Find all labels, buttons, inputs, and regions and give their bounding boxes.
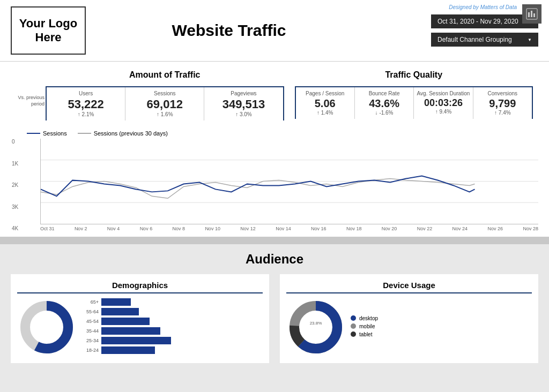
x-label-nov8: Nov 8 [173,226,186,231]
traffic-quantity-metrics: Vs. previousperiod Users 53,222 ↑ 2.1% S… [46,86,284,120]
metric-pages-change: ↑ 1.4% [298,110,352,116]
amount-of-traffic-panel: Amount of Traffic Vs. previousperiod Use… [11,70,295,120]
traffic-section: Amount of Traffic Vs. previousperiod Use… [0,62,549,126]
header: Your Logo Here Website Traffic Designed … [0,0,549,62]
legend-prev-sessions-label: Sessions (previous 30 days) [94,130,168,137]
y-label-4k: 4K [12,225,18,231]
x-label-nov28: Nov 28 [523,226,538,231]
designed-by: Designed by Matters of Data [449,4,517,10]
legend-mobile: mobile [351,323,532,329]
metric-sessions-change: ↑ 1.6% [128,111,202,117]
bar-row-65plus: 65+ [81,298,263,306]
traffic-quality-metrics: Pages / Session 5.06 ↑ 1.4% Bounce Rate … [295,86,533,119]
metric-sessions-label: Sessions [128,91,202,96]
legend-tablet: tablet [351,331,532,337]
device-legend: desktop mobile tablet [351,315,532,340]
metric-duration-change: ↑ 9.4% [416,109,470,115]
brand-icon [522,4,541,24]
device-usage-panel: Device Usage 23.8% desktop [280,274,538,363]
bar-label-18-24: 18-24 [81,348,99,353]
y-axis-labels: 4K 3K 2K 1K 0 [12,139,18,231]
bar-row-55-64: 55-64 [81,308,263,315]
bar-fill-55-64 [101,308,139,315]
x-label-nov6: Nov 6 [140,226,153,231]
x-label-oct31: Oct 31 [40,226,55,231]
device-content: 23.8% desktop mobile tablet [286,298,532,357]
y-label-2k: 2K [12,182,18,188]
metric-pageviews: Pageviews 349,513 ↑ 3.0% [204,87,283,120]
bar-label-65plus: 65+ [81,299,99,305]
x-label-nov20: Nov 20 [382,226,397,231]
svg-point-13 [302,313,330,341]
section-separator [0,237,549,244]
x-label-nov26: Nov 26 [488,226,503,231]
device-usage-title: Device Usage [286,281,532,293]
metric-bounce: Bounce Rate 43.6% ↓ -1.6% [355,87,414,119]
metric-bounce-label: Bounce Rate [357,91,411,96]
chart-section: Sessions Sessions (previous 30 days) 4K … [0,126,549,237]
legend-desktop: desktop [351,315,532,321]
prev-sessions-line [41,179,475,199]
bar-fill-45-54 [101,318,150,325]
bar-row-25-34: 25-34 [81,337,263,344]
legend-mobile-dot [351,323,356,329]
bar-fill-65plus [101,298,131,306]
demographics-content: 65+ 55-64 45-54 35-44 [17,298,263,357]
metric-pages-label: Pages / Session [298,91,352,96]
bar-label-55-64: 55-64 [81,309,99,314]
metric-pageviews-change: ↑ 3.0% [206,111,280,117]
legend-prev-sessions-line [78,133,91,134]
bar-row-35-44: 35-44 [81,327,263,335]
metric-users-label: Users [49,91,123,96]
vs-label: Vs. previousperiod [13,95,44,107]
svg-text:23.8%: 23.8% [310,321,322,326]
metric-sessions-value: 69,012 [128,97,202,111]
legend-sessions-line [27,133,40,134]
audience-panels: Demographics 65+ 55-64 [11,274,538,363]
svg-rect-1 [528,12,530,17]
chart-legend: Sessions Sessions (previous 30 days) [27,130,538,137]
x-label-nov4: Nov 4 [107,226,120,231]
metric-pages-session: Pages / Session 5.06 ↑ 1.4% [296,87,355,119]
legend-desktop-dot [351,315,356,321]
bar-row-45-54: 45-54 [81,318,263,325]
x-label-nov10: Nov 10 [205,226,220,231]
bar-label-45-54: 45-54 [81,319,99,324]
audience-title: Audience [11,252,538,267]
chart-container: 4K 3K 2K 1K 0 Oct 31 Nov 2 Nov 4 Nov 6 N [27,139,538,231]
x-axis-labels: Oct 31 Nov 2 Nov 4 Nov 6 Nov 8 Nov 10 No… [40,226,538,231]
bar-label-25-34: 25-34 [81,338,99,343]
y-label-3k: 3K [12,204,18,210]
sessions-line [41,176,475,197]
metric-conversions-label: Conversions [476,91,530,96]
metric-conversions-value: 9,799 [476,97,530,110]
metric-users: Users 53,222 ↑ 2.1% [47,87,125,120]
metric-bounce-value: 43.6% [357,97,411,110]
metric-pageviews-label: Pageviews [206,91,280,96]
x-label-nov14: Nov 14 [276,226,291,231]
chart-area [40,139,538,224]
demographics-donut [17,298,76,357]
channel-grouping-dropdown[interactable]: Default Channel Grouping [431,33,538,47]
demographics-title: Demographics [17,281,263,293]
x-label-nov18: Nov 18 [346,226,362,231]
metric-conversions: Conversions 9,799 ↑ 7.4% [473,87,532,119]
x-label-nov16: Nov 16 [311,226,327,231]
legend-tablet-label: tablet [359,331,372,337]
bar-fill-35-44 [101,327,160,335]
svg-rect-3 [533,13,535,17]
device-donut: 23.8% [286,298,345,357]
metric-duration-value: 00:03:26 [416,97,470,109]
y-label-1k: 1K [12,161,18,167]
device-donut-svg: 23.8% [286,298,345,357]
traffic-quality-panel: Traffic Quality Pages / Session 5.06 ↑ 1… [295,70,539,120]
demographics-panel: Demographics 65+ 55-64 [11,274,269,363]
x-label-nov22: Nov 22 [417,226,433,231]
x-label-nov2: Nov 2 [75,226,87,231]
legend-prev-sessions: Sessions (previous 30 days) [78,130,168,137]
legend-mobile-label: mobile [359,323,375,329]
metric-pageviews-value: 349,513 [206,97,280,111]
bar-fill-25-34 [101,337,171,344]
svg-rect-2 [531,11,532,17]
metric-pages-value: 5.06 [298,97,352,110]
